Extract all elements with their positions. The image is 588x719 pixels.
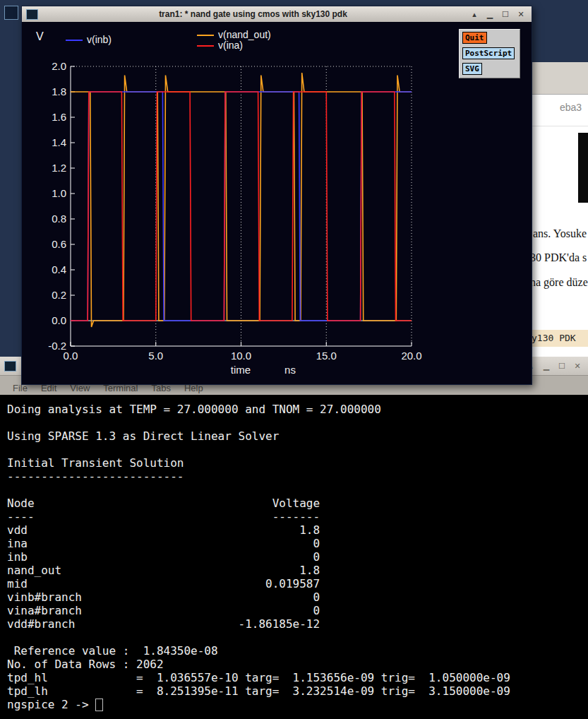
plot-window[interactable]: tran1: * nand gate using cmos with sky13… (21, 6, 532, 385)
waveform-chart: 2.01.81.61.41.21.00.80.60.40.20.0-0.20.0… (22, 22, 532, 384)
svg-text:0.8: 0.8 (52, 213, 66, 225)
plot-maximize-button[interactable]: ☐ (500, 9, 510, 19)
svg-text:1.8: 1.8 (52, 85, 66, 97)
plot-titlebar[interactable]: tran1: * nand gate using cmos with sky13… (22, 6, 532, 23)
legend-label-vinb: v(inb) (87, 34, 112, 45)
plot-close-button[interactable]: ✕ (516, 9, 526, 19)
legend-label-vnandout: v(nand_out) (218, 29, 271, 40)
legend-swatch-vnandout (197, 35, 214, 36)
browser-divider (526, 126, 588, 126)
browser-code-text: y130 PDK (532, 333, 576, 343)
terminal-maximize-button[interactable]: ☐ (557, 361, 567, 371)
terminal-cursor (95, 699, 103, 711)
legend-swatch-vinb (66, 40, 83, 41)
terminal-window-icon (4, 361, 16, 372)
terminal-screen[interactable]: Doing analysis at TEMP = 27.000000 and T… (0, 395, 588, 719)
svg-text:0.2: 0.2 (52, 289, 66, 301)
svg-text:1.0: 1.0 (52, 187, 66, 199)
svg-text:0.6: 0.6 (52, 238, 66, 250)
plot-body: 2.01.81.61.41.21.00.80.60.40.20.0-0.20.0… (22, 22, 532, 384)
browser-tab-text: eba3 (560, 102, 582, 113)
svg-text:10.0: 10.0 (231, 350, 251, 362)
terminal-window[interactable]: ∧ ▁ ☐ ✕ FileEditViewTerminalTabsHelp Doi… (0, 357, 588, 719)
svg-text:15.0: 15.0 (316, 350, 337, 362)
browser-text-line: na göre düze (530, 276, 588, 289)
svg-text:time: time (231, 364, 251, 376)
plot-window-title: tran1: * nand gate using cmos with sky13… (42, 9, 464, 19)
svg-text:5.0: 5.0 (148, 350, 163, 362)
plot-minimize-button[interactable]: ▁ (485, 9, 495, 19)
svg-text:0.0: 0.0 (52, 314, 66, 326)
browser-window[interactable]: eba3 ans. Yosuke 30 PDK'da s na göre düz… (525, 62, 588, 357)
legend-swatch-vina (197, 45, 214, 47)
legend-label-vina: v(ina) (218, 40, 243, 51)
browser-text-line: 30 PDK'da s (530, 251, 587, 264)
browser-text-line: ans. Yosuke (533, 227, 587, 240)
svg-button[interactable]: SVG (462, 63, 482, 75)
browser-image (578, 133, 588, 203)
svg-text:20.0: 20.0 (401, 350, 421, 362)
terminal-close-button[interactable]: ✕ (572, 361, 582, 371)
postscript-button[interactable]: PostScript (462, 47, 515, 59)
plot-window-icon (26, 9, 38, 20)
svg-text:1.2: 1.2 (52, 162, 66, 174)
browser-toolbar (526, 62, 588, 95)
svg-text:0.4: 0.4 (52, 263, 66, 275)
svg-text:1.4: 1.4 (52, 136, 66, 148)
plot-shade-button[interactable]: ▴ (469, 9, 479, 19)
background-window-icon (4, 6, 18, 20)
terminal-minimize-button[interactable]: ▁ (541, 361, 551, 371)
desktop: eba3 ans. Yosuke 30 PDK'da s na göre düz… (0, 0, 588, 719)
terminal-output: Doing analysis at TEMP = 27.000000 and T… (0, 395, 588, 698)
terminal-prompt: ngspice 2 -> (7, 698, 95, 711)
svg-text:1.6: 1.6 (52, 111, 66, 123)
svg-text:ns: ns (284, 364, 296, 376)
terminal-prompt-line[interactable]: ngspice 2 -> (0, 698, 588, 711)
svg-text:2.0: 2.0 (52, 60, 66, 72)
svg-text:0.0: 0.0 (64, 350, 78, 362)
y-axis-letter: V (36, 30, 44, 43)
plot-button-panel: Quit PostScript SVG (459, 29, 520, 78)
quit-button[interactable]: Quit (462, 32, 487, 44)
